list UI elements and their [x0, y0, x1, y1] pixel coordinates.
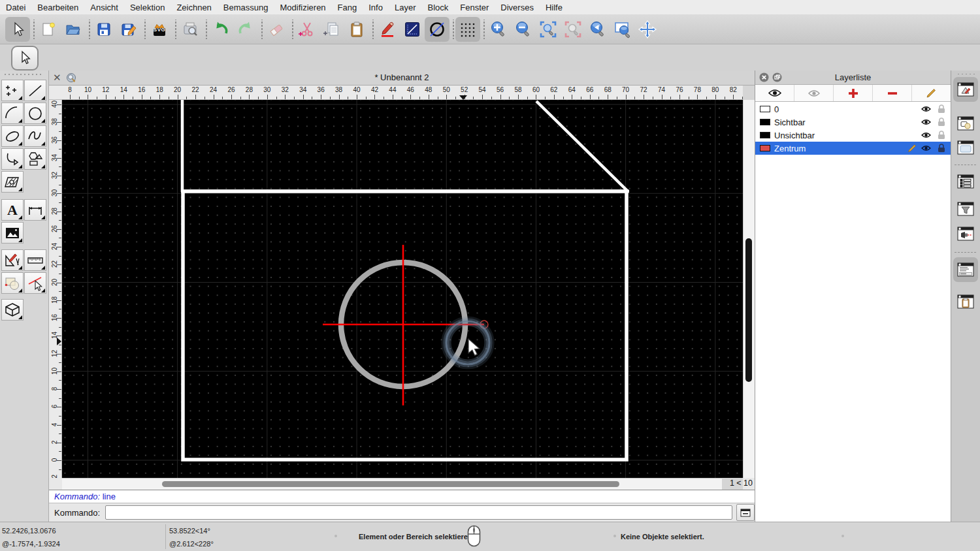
pen-button[interactable]: [375, 17, 400, 42]
drawing-canvas[interactable]: [62, 100, 743, 478]
block-tool[interactable]: [1, 272, 24, 294]
layer-name[interactable]: Unsichtbar: [774, 131, 815, 140]
polygon-tool[interactable]: [24, 148, 46, 170]
save-button[interactable]: [91, 17, 116, 42]
layer-lock-icon[interactable]: [938, 104, 945, 114]
dock-clipboard-button[interactable]: [953, 289, 978, 314]
text-tool[interactable]: A: [1, 199, 24, 221]
layer-visibility-icon[interactable]: [921, 106, 931, 112]
modify-tool[interactable]: [1, 249, 24, 271]
dock-entity-list-button[interactable]: [953, 169, 978, 194]
layer-lock-icon[interactable]: [938, 131, 945, 140]
select-arrow-button[interactable]: [11, 46, 39, 71]
vertical-scroll-thumb[interactable]: [745, 238, 752, 382]
line-tool-button[interactable]: [400, 17, 425, 42]
copy-button[interactable]: [319, 17, 344, 42]
command-input[interactable]: [105, 505, 732, 520]
circle-tool[interactable]: [24, 102, 46, 124]
hatch-tool[interactable]: [1, 171, 24, 193]
layer-lock-icon[interactable]: [938, 118, 945, 127]
menu-item-hilfe[interactable]: Hilfe: [540, 3, 568, 12]
layer-row-zentrum[interactable]: Zentrum: [755, 142, 951, 155]
polyline-tool[interactable]: [1, 148, 24, 170]
layer-color-swatch[interactable]: [760, 145, 770, 151]
add-layer-button[interactable]: [834, 85, 873, 101]
layer-row-sichtbar[interactable]: Sichtbar: [755, 116, 951, 129]
menu-item-datei[interactable]: Datei: [0, 3, 31, 12]
dock-block-list-button[interactable]: [953, 111, 978, 136]
export-svg-button[interactable]: SVG: [147, 17, 172, 42]
menu-item-info[interactable]: Info: [363, 3, 389, 12]
grid-toggle-button[interactable]: [455, 17, 480, 42]
show-all-layers-button[interactable]: [755, 85, 794, 101]
dock-command-widget-button[interactable]: [953, 257, 978, 282]
menu-item-block[interactable]: Block: [421, 3, 454, 12]
menu-item-diverses[interactable]: Diverses: [495, 3, 540, 12]
select-tool-button[interactable]: [5, 17, 30, 42]
layer-row-0[interactable]: 0: [755, 102, 951, 116]
delete-button[interactable]: [264, 17, 289, 42]
line-tool[interactable]: [24, 80, 46, 101]
paste-button[interactable]: [344, 17, 369, 42]
layer-visibility-icon[interactable]: [921, 145, 931, 151]
hide-all-layers-button[interactable]: [794, 85, 834, 101]
zoom-selection-button[interactable]: [561, 17, 585, 42]
undo-button[interactable]: [208, 17, 233, 42]
dock-library-browser-button[interactable]: [953, 135, 978, 160]
redo-button[interactable]: [233, 17, 258, 42]
menu-item-bemassung[interactable]: Bemassung: [218, 3, 274, 12]
layer-color-swatch[interactable]: [760, 106, 770, 112]
new-document-button[interactable]: [36, 17, 61, 42]
zoom-pan-button[interactable]: [635, 17, 660, 42]
image-tool[interactable]: [1, 222, 24, 244]
arc-tool[interactable]: [1, 102, 24, 124]
layer-row-unsichtbar[interactable]: Unsichtbar: [755, 129, 951, 142]
solid-3d-tool[interactable]: [1, 299, 24, 321]
layer-name[interactable]: 0: [774, 104, 779, 114]
circle-tool-button[interactable]: [425, 17, 449, 42]
measure-tool[interactable]: [24, 249, 46, 271]
layer-edit-icon[interactable]: [907, 144, 917, 153]
menu-item-layer[interactable]: Layer: [389, 3, 422, 12]
zoom-auto-button[interactable]: [536, 17, 561, 42]
open-document-button[interactable]: [61, 17, 86, 42]
palette-drag-handle[interactable]: [3, 73, 44, 76]
spline-tool[interactable]: [24, 125, 46, 147]
menu-item-fang[interactable]: Fang: [332, 3, 363, 12]
menu-item-zeichnen[interactable]: Zeichnen: [171, 3, 217, 12]
edit-layer-button[interactable]: [912, 85, 951, 101]
remove-layer-button[interactable]: [873, 85, 912, 101]
ellipse-tool[interactable]: [1, 125, 24, 147]
layer-visibility-icon[interactable]: [921, 119, 931, 125]
menu-item-bearbeiten[interactable]: Bearbeiten: [31, 3, 84, 12]
zoom-previous-button[interactable]: [585, 17, 610, 42]
save-as-button[interactable]: [116, 17, 141, 42]
vertical-scrollbar[interactable]: [743, 100, 755, 478]
print-preview-button[interactable]: [178, 17, 203, 42]
dock-layer-list-button[interactable]: [953, 77, 978, 102]
select-entity-tool[interactable]: [24, 272, 46, 294]
layer-color-swatch[interactable]: [760, 132, 770, 138]
layer-name[interactable]: Zentrum: [774, 144, 806, 153]
layer-name[interactable]: Sichtbar: [774, 118, 806, 127]
command-widget-toggle-button[interactable]: [736, 504, 755, 521]
horizontal-scroll-thumb[interactable]: [162, 481, 619, 487]
dock-drag-handle[interactable]: [956, 73, 976, 75]
dock-exploded-view-button[interactable]: [953, 221, 978, 246]
menu-item-modifizieren[interactable]: Modifizieren: [274, 3, 332, 12]
zoom-in-button[interactable]: [486, 17, 511, 42]
zoom-out-button[interactable]: [511, 17, 536, 42]
layer-visibility-icon[interactable]: [921, 132, 931, 138]
dimension-tool[interactable]: [24, 199, 46, 221]
cut-button[interactable]: [295, 17, 319, 42]
layer-color-swatch[interactable]: [760, 119, 770, 125]
dock-entity-filter-button[interactable]: [953, 197, 978, 221]
horizontal-scrollbar[interactable]: [62, 478, 722, 490]
menu-item-ansicht[interactable]: Ansicht: [84, 3, 124, 12]
tab-title[interactable]: * Unbenannt 2: [49, 72, 755, 82]
menu-item-selektion[interactable]: Selektion: [124, 3, 171, 12]
menu-item-fenster[interactable]: Fenster: [454, 3, 495, 12]
points-tool[interactable]: [1, 80, 24, 101]
layer-lock-icon[interactable]: [938, 144, 945, 153]
zoom-window-button[interactable]: [610, 17, 635, 42]
